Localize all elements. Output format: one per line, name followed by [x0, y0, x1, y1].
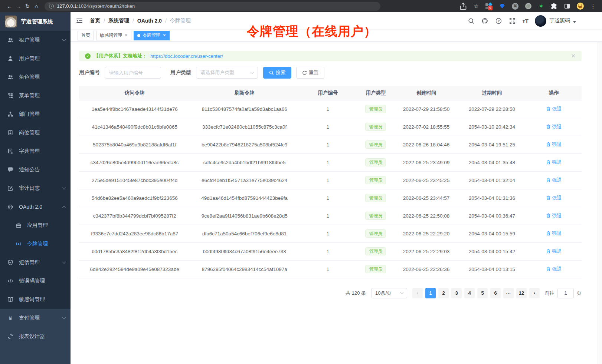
sidebar-toggle-icon[interactable]	[76, 17, 84, 24]
sidebar-item-label: 用户管理	[19, 55, 40, 62]
pager-page-1[interactable]: 1	[425, 288, 436, 298]
pager-page-6[interactable]: 6	[490, 288, 501, 298]
goto-page-input[interactable]	[557, 288, 574, 298]
sidebar-item-post[interactable]: 岗位管理	[0, 123, 71, 142]
force-logout-button[interactable]: 强退	[546, 123, 562, 130]
search-icon	[269, 70, 274, 75]
browser-menu-kebab-icon[interactable]: ⋮	[589, 3, 597, 10]
sidebar-item-user[interactable]: 用户管理	[0, 49, 71, 68]
tab-home[interactable]: 首页	[78, 31, 94, 40]
sidebar-item-report-designer[interactable]: 报表设计器	[0, 327, 71, 346]
table-row: 41c41346a548490f9dc8b01c6bfe0865 333ecfc…	[79, 118, 582, 136]
alert-close-icon[interactable]: ✕	[571, 53, 576, 59]
sidebar-item-audit-log[interactable]: 审计日志	[0, 179, 71, 198]
sidebar-item-menu[interactable]: 菜单管理	[0, 86, 71, 105]
browser-home-icon[interactable]: ⌂	[32, 2, 41, 11]
tab-sensitive-word[interactable]: 敏感词管理 ✕	[96, 31, 131, 40]
pager-page-5[interactable]: 5	[477, 288, 488, 298]
pager-page-4[interactable]: 4	[464, 288, 475, 298]
sidebar-item-sensitive-word[interactable]: 敏感词管理	[0, 290, 71, 309]
cell-access-token: 502375b8040a469a9b82188afdf6af1f	[79, 136, 190, 153]
browser-forward-icon[interactable]: →	[14, 2, 23, 11]
close-icon[interactable]: ✕	[163, 33, 166, 38]
doc-link[interactable]: https://doc.iocoder.cn/user-center/	[150, 53, 223, 59]
force-logout-label: 强退	[552, 159, 562, 166]
breadcrumb-home[interactable]: 首页	[90, 17, 100, 24]
table-row: 54d6be82ee5a460a9aedc1f9bf223656 49d1aa4…	[79, 189, 582, 207]
sidebar-item-tenant[interactable]: 租户管理	[0, 31, 71, 49]
bookmark-star-icon[interactable]: ☆	[472, 3, 480, 10]
trash-icon	[546, 195, 551, 200]
chevron-down-icon	[400, 291, 404, 294]
header-search-icon[interactable]	[467, 17, 475, 24]
trash-icon	[546, 160, 551, 165]
sidebar-item-error-code[interactable]: 错误码管理	[0, 272, 71, 290]
github-icon[interactable]	[481, 17, 488, 24]
force-logout-button[interactable]: 强退	[546, 248, 562, 255]
force-logout-button[interactable]: 强退	[546, 230, 562, 237]
sidebar-item-oauth[interactable]: OAuth 2.0	[0, 198, 71, 216]
close-icon[interactable]: ✕	[124, 33, 128, 38]
share-icon[interactable]	[459, 3, 467, 10]
font-size-icon[interactable]: тT	[522, 18, 529, 24]
tab-token[interactable]: 令牌管理 ✕	[134, 31, 170, 40]
puzzle-extensions-icon[interactable]	[550, 3, 558, 10]
page-scrollbar[interactable]	[597, 12, 602, 364]
browser-reload-icon[interactable]: ↻	[23, 2, 32, 11]
breadcrumb-system[interactable]: 系统管理	[108, 17, 129, 24]
user-type-select[interactable]: 请选择用户类型	[196, 67, 258, 79]
force-logout-button[interactable]: 强退	[546, 195, 562, 201]
force-logout-label: 强退	[552, 212, 562, 219]
col-user-type: 用户类型	[357, 86, 395, 100]
chevron-down-icon	[62, 38, 66, 42]
command-extension-icon[interactable]: ⌘	[511, 3, 519, 10]
force-logout-button[interactable]: 强退	[546, 177, 562, 183]
force-logout-button[interactable]: 强退	[546, 141, 562, 148]
breadcrumb-oauth[interactable]: OAuth 2.0	[137, 18, 162, 24]
sidebar-item-label: 岗位管理	[19, 129, 40, 136]
reset-button[interactable]: 重置	[296, 67, 324, 79]
sidebar-item-dept[interactable]: 部门管理	[0, 105, 71, 123]
table-row: 502375b8040a469a9b82188afdf6af1f be90422…	[79, 136, 582, 153]
cell-created-time: 2022-06-25 22:29:03	[395, 242, 458, 260]
sidebar-item-oauth-app[interactable]: 应用管理	[0, 216, 71, 235]
col-user-id: 用户编号	[299, 86, 357, 100]
user-id-input[interactable]	[105, 67, 161, 79]
cell-created-time: 2022-07-02 18:55:55	[395, 118, 458, 136]
address-bar[interactable]: i 127.0.0.1:1024/system/oauth2/token	[45, 2, 380, 11]
pager-prev[interactable]: ‹	[412, 288, 423, 298]
url-path: :1024/system/oauth2/token	[77, 3, 135, 9]
sidebar-item-pay[interactable]: ¥ 支付管理	[0, 309, 71, 327]
sidebar-item-dict[interactable]: 字典管理	[0, 142, 71, 161]
pager-page-2[interactable]: 2	[438, 288, 449, 298]
profile-emoji-icon[interactable]	[576, 3, 584, 10]
user-menu[interactable]: 芋道源码	[535, 15, 576, 27]
sidebar-item-role[interactable]: 角色管理	[0, 68, 71, 86]
fullscreen-icon[interactable]	[508, 17, 516, 24]
sidebar-item-oauth-token[interactable]: A 令牌管理	[0, 235, 71, 253]
help-icon[interactable]: ?	[495, 17, 502, 24]
pager-page-3[interactable]: 3	[451, 288, 462, 298]
force-logout-button[interactable]: 强退	[546, 106, 562, 112]
token-table: 访问令牌 刷新令牌 用户编号 用户类型 创建时间 过期时间 操作 1ea5e44…	[79, 86, 582, 278]
side-panel-icon[interactable]	[563, 3, 571, 10]
gem-extension-icon[interactable]	[498, 3, 506, 10]
app-logo[interactable]: 芋道管理系统	[0, 12, 71, 31]
site-info-icon[interactable]: i	[49, 4, 54, 9]
top-navbar: 首页 / 系统管理 / OAuth 2.0 / 令牌管理 ?	[71, 12, 602, 29]
page-size-select[interactable]: 10条/页	[371, 288, 407, 298]
sidebar-item-sms[interactable]: 短信管理	[0, 253, 71, 272]
extension-badge-icon[interactable]: 9	[485, 3, 493, 10]
dot-extension-icon[interactable]	[524, 3, 532, 10]
force-logout-button[interactable]: 强退	[546, 212, 562, 219]
force-logout-button[interactable]: 强退	[546, 159, 562, 166]
sidebar-item-notice[interactable]: 通知公告	[0, 161, 71, 179]
star-extension-icon[interactable]: ✶	[537, 3, 545, 10]
force-logout-button[interactable]: 强退	[546, 266, 562, 272]
browser-back-icon[interactable]: ←	[5, 2, 14, 11]
search-button[interactable]: 搜索	[263, 67, 291, 79]
pager-more[interactable]: ···	[503, 288, 514, 298]
trash-icon	[546, 213, 551, 218]
pager-page-12[interactable]: 12	[516, 288, 527, 298]
pager-next[interactable]: ›	[529, 288, 540, 298]
